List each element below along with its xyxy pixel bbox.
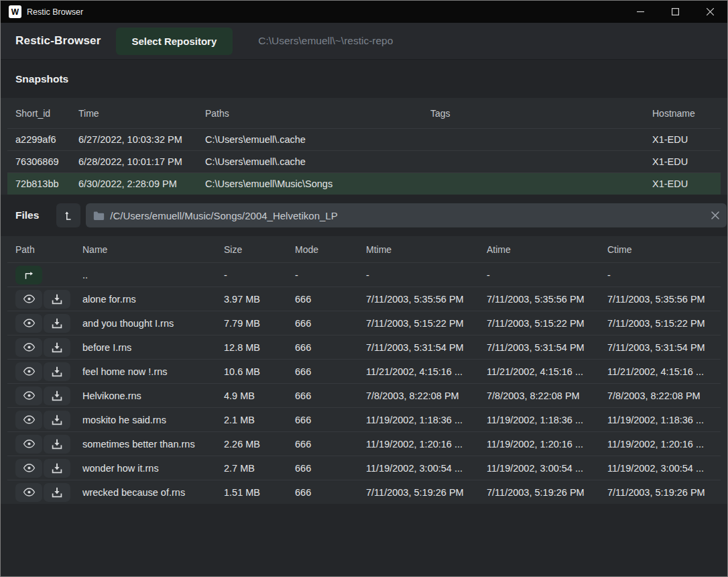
snapshot-row[interactable]: 76306869 6/28/2022, 10:01:17 PM C:\Users… xyxy=(7,150,721,172)
file-atime: 7/11/2003, 5:31:54 PM xyxy=(487,342,607,353)
file-mode: 666 xyxy=(295,294,366,305)
file-atime: 11/21/2002, 4:15:16 ... xyxy=(487,366,607,377)
file-ctime: 11/21/2002, 4:15:16 ... xyxy=(607,366,721,377)
eye-icon xyxy=(23,463,36,473)
up-to-root-icon xyxy=(62,209,74,221)
download-icon xyxy=(52,390,62,401)
minimize-button[interactable] xyxy=(623,1,658,23)
download-file-button[interactable] xyxy=(44,290,70,309)
file-atime: 7/8/2003, 8:22:08 PM xyxy=(487,390,607,401)
files-pathbar xyxy=(86,203,727,227)
file-actions xyxy=(15,435,82,454)
file-size: 2.26 MB xyxy=(224,439,295,450)
download-file-button[interactable] xyxy=(44,314,70,333)
file-name: wrecked because of.rns xyxy=(82,487,224,498)
download-icon xyxy=(52,294,62,305)
file-ctime: 7/8/2003, 8:22:08 PM xyxy=(607,390,721,401)
download-file-button[interactable] xyxy=(44,459,70,478)
download-file-button[interactable] xyxy=(44,338,70,357)
preview-file-button[interactable] xyxy=(15,386,42,405)
file-atime: - xyxy=(487,270,607,280)
file-size: 10.6 MB xyxy=(224,366,295,377)
column-header-paths[interactable]: Paths xyxy=(205,108,430,119)
column-header-tags[interactable]: Tags xyxy=(430,108,652,119)
minimize-icon xyxy=(637,8,644,15)
go-parent-dir-button[interactable] xyxy=(15,266,42,284)
download-file-button[interactable] xyxy=(44,435,70,454)
eye-icon xyxy=(23,415,36,425)
snapshots-table-header: Short_id Time Paths Tags Hostname xyxy=(7,98,721,128)
file-name: alone for.rns xyxy=(82,294,224,305)
download-file-button[interactable] xyxy=(44,386,70,405)
download-file-button[interactable] xyxy=(44,483,70,502)
file-mtime: 7/8/2003, 8:22:08 PM xyxy=(366,390,487,401)
column-header-atime[interactable]: Atime xyxy=(487,244,607,255)
files-table-header: Path Name Size Mode Mtime Atime Ctime xyxy=(7,236,721,262)
snapshots-title: Snapshots xyxy=(15,73,68,85)
file-size: - xyxy=(224,270,295,280)
parent-dir-row: .. - - - - - xyxy=(7,262,721,286)
app-header: Restic-Browser Select Repository C:\User… xyxy=(1,23,727,60)
clear-path-button[interactable] xyxy=(704,203,727,227)
folder-icon xyxy=(93,211,105,221)
snapshot-short-id: a2299af6 xyxy=(15,134,78,145)
file-mode: 666 xyxy=(295,415,366,425)
file-ctime: 7/11/2003, 5:31:54 PM xyxy=(607,342,721,353)
maximize-icon xyxy=(672,8,679,15)
column-header-short-id[interactable]: Short_id xyxy=(15,108,78,119)
column-header-size[interactable]: Size xyxy=(224,244,295,255)
preview-file-button[interactable] xyxy=(15,338,42,357)
preview-file-button[interactable] xyxy=(15,435,42,454)
download-file-button[interactable] xyxy=(44,411,70,429)
select-repository-button[interactable]: Select Repository xyxy=(116,28,233,55)
app-title: Restic-Browser xyxy=(15,34,101,48)
file-row: and you thought I.rns 7.79 MB 666 7/11/2… xyxy=(7,311,721,335)
maximize-button[interactable] xyxy=(658,1,692,23)
file-mode: 666 xyxy=(295,366,366,377)
file-mtime: 11/19/2002, 1:20:16 ... xyxy=(366,439,487,450)
file-mtime: 7/11/2003, 5:35:56 PM xyxy=(366,294,487,305)
column-header-ctime[interactable]: Ctime xyxy=(607,244,721,255)
clear-icon xyxy=(711,211,719,219)
snapshot-paths: C:\Users\emuell\.cache xyxy=(205,134,430,145)
files-path-input[interactable] xyxy=(110,210,704,221)
file-mtime: 7/11/2003, 5:19:26 PM xyxy=(366,487,487,498)
snapshot-hostname: X1-EDU xyxy=(652,156,721,167)
preview-file-button[interactable] xyxy=(15,459,42,478)
file-mtime: 7/11/2003, 5:15:22 PM xyxy=(366,318,487,329)
file-mtime: - xyxy=(366,270,487,280)
file-size: 12.8 MB xyxy=(224,342,295,353)
parent-dir-actions xyxy=(15,266,82,284)
download-file-button[interactable] xyxy=(44,362,70,381)
column-header-mtime[interactable]: Mtime xyxy=(366,244,487,255)
file-mode: 666 xyxy=(295,463,366,474)
file-row: sometimes better than.rns 2.26 MB 666 11… xyxy=(7,431,721,456)
up-to-root-button[interactable] xyxy=(56,203,80,227)
preview-file-button[interactable] xyxy=(15,411,42,429)
parent-dir-icon xyxy=(23,270,35,280)
preview-file-button[interactable] xyxy=(15,483,42,502)
file-row: wonder how it.rns 2.7 MB 666 11/19/2002,… xyxy=(7,456,721,480)
snapshot-row[interactable]: a2299af6 6/27/2022, 10:03:32 PM C:\Users… xyxy=(7,128,721,150)
file-name: and you thought I.rns xyxy=(82,318,224,329)
snapshot-row-selected[interactable]: 72b813bb 6/30/2022, 2:28:09 PM C:\Users\… xyxy=(7,172,721,195)
file-actions xyxy=(15,362,82,381)
file-actions xyxy=(15,338,82,357)
preview-file-button[interactable] xyxy=(15,290,42,309)
files-table: Path Name Size Mode Mtime Atime Ctime ..… xyxy=(1,236,727,504)
column-header-mode[interactable]: Mode xyxy=(295,244,366,255)
eye-icon xyxy=(23,366,36,376)
preview-file-button[interactable] xyxy=(15,314,42,333)
close-button[interactable] xyxy=(692,1,727,23)
preview-file-button[interactable] xyxy=(15,362,42,381)
column-header-name[interactable]: Name xyxy=(82,244,224,255)
file-name: feel home now !.rns xyxy=(82,366,224,377)
snapshots-table: Short_id Time Paths Tags Hostname a2299a… xyxy=(1,98,727,195)
column-header-time[interactable]: Time xyxy=(78,108,205,119)
column-header-hostname[interactable]: Hostname xyxy=(652,108,721,119)
download-icon xyxy=(52,439,62,450)
eye-icon xyxy=(23,390,36,401)
file-row: Helvikone.rns 4.9 MB 666 7/8/2003, 8:22:… xyxy=(7,383,721,407)
file-mtime: 7/11/2003, 5:31:54 PM xyxy=(366,342,487,353)
column-header-path[interactable]: Path xyxy=(15,244,82,255)
